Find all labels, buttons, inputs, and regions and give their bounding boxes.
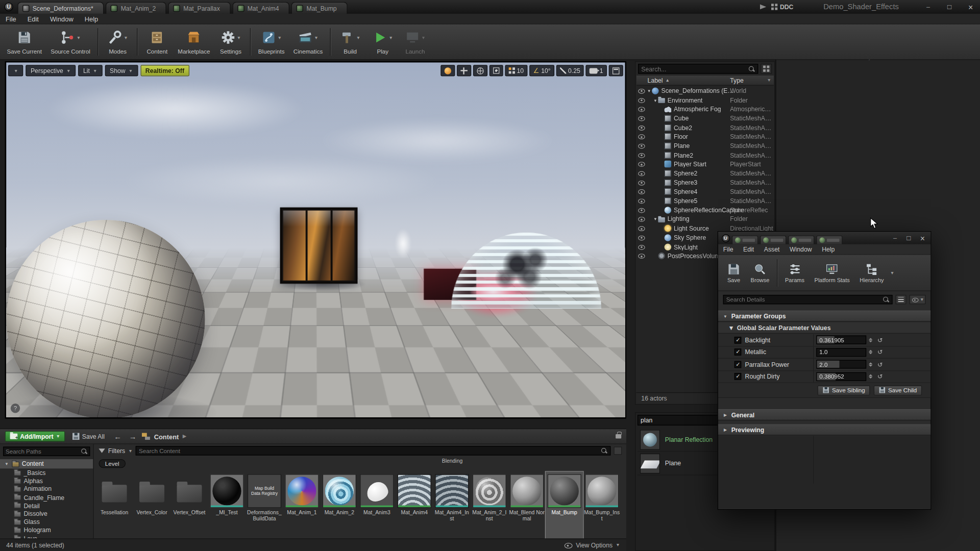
visibility-eye-icon[interactable] xyxy=(638,160,646,168)
folder-item[interactable]: Candle_Flame xyxy=(0,493,93,502)
outliner-row[interactable]: SphereReflectionCaptureSphereReflec xyxy=(636,206,774,215)
rotation-snap-button[interactable]: 10° xyxy=(529,65,554,76)
column-divider[interactable] xyxy=(813,436,814,484)
breadcrumb[interactable]: Content xyxy=(154,433,179,440)
expander-icon[interactable] xyxy=(646,89,652,93)
outliner-row[interactable]: Sphere4StaticMeshActor xyxy=(636,187,774,196)
menu-window[interactable]: Window xyxy=(785,246,817,253)
param-value-input[interactable]: 1.0 xyxy=(816,348,866,357)
ddc-indicator[interactable]: DDC xyxy=(771,4,794,10)
search-details[interactable] xyxy=(723,294,893,304)
asset-tile-mat-blend-normal[interactable]: Mat_Blend Normal xyxy=(508,471,546,540)
section-previewing[interactable]: Previewing xyxy=(718,424,930,435)
outliner-row[interactable]: Plane2StaticMeshActor xyxy=(636,151,774,160)
menu-asset[interactable]: Asset xyxy=(759,246,785,253)
save-search-button[interactable] xyxy=(614,446,622,455)
spinner-icon[interactable] xyxy=(868,372,873,381)
tab-mat-parallax[interactable]: Mat_Parallax xyxy=(168,2,231,14)
move-tool-button[interactable] xyxy=(457,65,471,76)
build-button[interactable]: ▼ Build xyxy=(334,28,366,56)
material-instance-editor-window[interactable]: U File Edit Asset Window Help Save xyxy=(718,231,932,510)
visibility-eye-icon[interactable] xyxy=(638,206,646,214)
close-button[interactable] xyxy=(963,1,979,12)
outliner-row[interactable]: Sphere3StaticMeshActor xyxy=(636,178,774,187)
folder-item-content[interactable]: Content xyxy=(0,459,93,468)
reset-to-default-icon[interactable] xyxy=(876,373,885,380)
column-divider[interactable] xyxy=(813,346,814,358)
save-all-button[interactable]: Save All xyxy=(69,431,108,442)
visibility-eye-icon[interactable] xyxy=(638,179,646,187)
folder-item[interactable]: Detail xyxy=(0,502,93,510)
column-divider[interactable] xyxy=(813,371,814,383)
asset-tile-mat-anim4-inst[interactable]: Mat_Anim4_Inst xyxy=(433,471,471,540)
visibility-eye-icon[interactable] xyxy=(638,169,646,178)
add-import-button[interactable]: Add/Import▼ xyxy=(5,431,65,442)
outliner-row[interactable]: Player StartPlayerStart xyxy=(636,160,774,169)
folder-item[interactable]: Hologram xyxy=(0,526,93,534)
viewport-options-button[interactable]: ▼ xyxy=(8,65,23,76)
browse-button[interactable]: Browse xyxy=(746,261,774,285)
blueprints-button[interactable]: ▼ Blueprints xyxy=(254,28,289,56)
asset-tile-mat-anim3[interactable]: Mat_Anim3 xyxy=(358,471,396,540)
column-divider[interactable] xyxy=(813,334,814,346)
visibility-eye-icon[interactable] xyxy=(638,133,646,141)
tab-mat-bump[interactable]: Mat_Bump xyxy=(291,2,347,14)
save-sibling-button[interactable]: Save Sibling xyxy=(818,385,870,395)
param-checkbox[interactable] xyxy=(734,361,741,367)
folder-tree-icon[interactable] xyxy=(142,433,150,440)
type-column-header[interactable]: Type xyxy=(730,77,744,84)
visibility-eye-icon[interactable] xyxy=(638,197,646,205)
asset-tile-mat-anim4[interactable]: Mat_Anim4 xyxy=(396,471,433,540)
param-value-input[interactable]: 2.0 xyxy=(816,360,866,369)
lock-icon[interactable] xyxy=(616,434,621,439)
minimize-button[interactable] xyxy=(888,233,902,243)
filters-button[interactable]: Filters xyxy=(108,447,125,454)
menu-file[interactable]: File xyxy=(718,246,738,253)
outliner-row[interactable]: Scene_Deformations (Editor)World xyxy=(636,86,774,95)
reset-to-default-icon[interactable] xyxy=(876,361,885,367)
outliner-row[interactable]: Sphere2StaticMeshActor xyxy=(636,169,774,178)
save-child-button[interactable]: Save Child xyxy=(874,385,922,395)
search-details-input[interactable] xyxy=(726,296,883,303)
visibility-eye-icon[interactable] xyxy=(638,114,646,122)
folder-item[interactable]: Glass xyxy=(0,518,93,526)
menu-window[interactable]: Window xyxy=(44,15,79,22)
section-general[interactable]: General xyxy=(718,409,930,420)
outliner-settings-button[interactable] xyxy=(761,64,772,74)
close-button[interactable] xyxy=(916,233,929,243)
section-parameter-groups[interactable]: Parameter Groups xyxy=(718,311,930,322)
param-checkbox[interactable] xyxy=(734,349,741,356)
menu-help[interactable]: Help xyxy=(79,15,104,22)
hierarchy-caret-icon[interactable]: ▼ xyxy=(890,270,894,275)
expander-icon[interactable] xyxy=(652,217,658,221)
expander-icon[interactable] xyxy=(723,412,728,417)
asset-tile-mat-bump-inst[interactable]: Mat_Bump_Inst xyxy=(583,471,620,540)
view-options-button[interactable]: View Options▼ xyxy=(565,542,620,548)
tab-mat-anim-2[interactable]: Mat_Anim_2 xyxy=(106,2,166,14)
outliner-row[interactable]: LightingFolder xyxy=(636,215,774,224)
back-button[interactable] xyxy=(112,431,124,442)
visibility-eye-icon[interactable] xyxy=(638,224,646,233)
search-paths[interactable] xyxy=(3,447,90,456)
visibility-eye-icon[interactable] xyxy=(638,234,646,242)
realtime-toggle[interactable]: Realtime: Off xyxy=(140,65,189,76)
save-button[interactable]: Save xyxy=(722,261,746,285)
spinner-icon[interactable] xyxy=(868,360,873,369)
maximize-button[interactable] xyxy=(941,1,958,12)
maximize-button[interactable] xyxy=(902,233,916,243)
visibility-eye-icon[interactable] xyxy=(638,87,646,95)
feedback-flag-icon[interactable] xyxy=(760,5,766,10)
outliner-row[interactable]: Atmospheric FogAtmosphericFog xyxy=(636,105,774,114)
scale-snap-button[interactable]: 0.25 xyxy=(556,65,584,76)
reset-to-default-icon[interactable] xyxy=(876,337,885,343)
funnel-icon[interactable] xyxy=(99,448,105,453)
asset-tile-builddata[interactable]: Map Build Data RegistryDeformations_Buil… xyxy=(246,471,283,540)
asset-tile-mat-bump[interactable]: Mat_Bump xyxy=(546,471,583,540)
stone-sphere-mesh[interactable] xyxy=(6,220,205,417)
cinematics-button[interactable]: ▼ Cinematics xyxy=(289,28,327,56)
menu-file[interactable]: File xyxy=(0,15,22,22)
hierarchy-button[interactable]: Hierarchy xyxy=(855,261,889,285)
reset-to-default-icon[interactable] xyxy=(876,349,885,356)
viewport-help-icon[interactable] xyxy=(11,404,20,413)
folder-item[interactable]: Animation xyxy=(0,485,93,493)
